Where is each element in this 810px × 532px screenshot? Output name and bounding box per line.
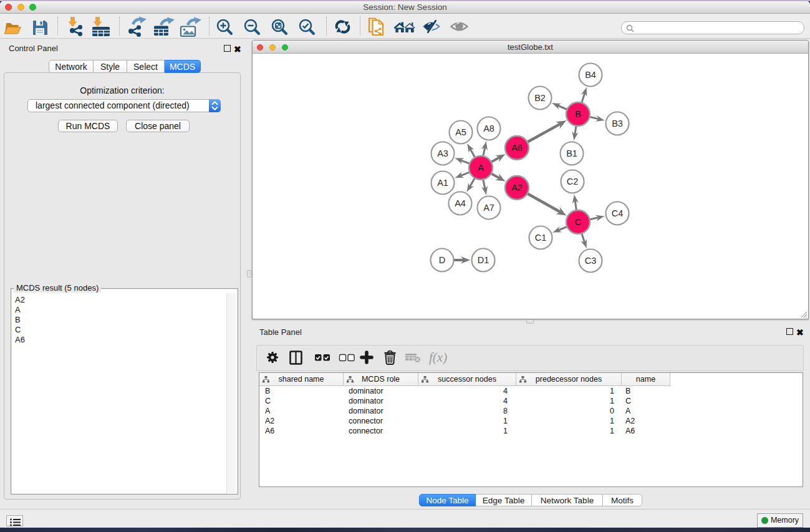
svg-text:A8: A8 <box>483 123 494 133</box>
svg-text:B: B <box>575 109 581 119</box>
svg-text:f(x): f(x) <box>429 350 447 365</box>
svg-text:C4: C4 <box>612 208 624 218</box>
svg-text:D1: D1 <box>478 255 489 265</box>
svg-text:A3: A3 <box>437 148 448 158</box>
svg-text:C2: C2 <box>567 177 579 186</box>
svg-text:A6: A6 <box>511 143 523 153</box>
svg-text:A: A <box>478 163 484 173</box>
svg-text:B3: B3 <box>612 118 623 128</box>
svg-text:C3: C3 <box>585 256 597 266</box>
svg-text:A2: A2 <box>511 183 523 193</box>
svg-text:B1: B1 <box>566 148 577 158</box>
svg-text:A5: A5 <box>455 127 466 137</box>
svg-text:A7: A7 <box>483 203 494 213</box>
svg-text:D: D <box>439 255 445 265</box>
svg-text:B4: B4 <box>585 70 596 80</box>
svg-text:A4: A4 <box>455 198 466 208</box>
svg-text:A1: A1 <box>437 178 448 188</box>
svg-text:C1: C1 <box>535 233 547 243</box>
svg-text:C: C <box>575 217 581 227</box>
svg-text:B2: B2 <box>534 93 546 103</box>
